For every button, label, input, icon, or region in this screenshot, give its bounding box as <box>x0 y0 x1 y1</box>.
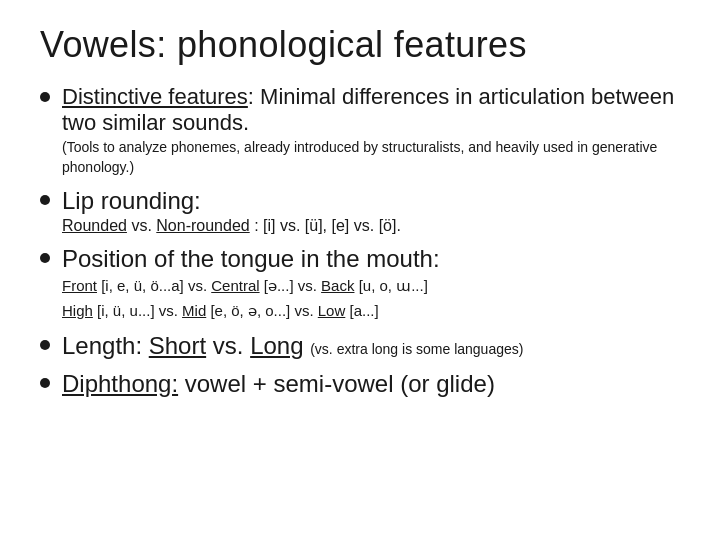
bullet-dot <box>40 378 50 388</box>
long-label: Long <box>250 332 303 359</box>
tongue-position-line2: High [i, ü, u...] vs. Mid [e, ö, ə, o...… <box>62 300 680 323</box>
central-label: Central <box>211 277 259 294</box>
short-label: Short <box>149 332 206 359</box>
bullet-content: Length: Short vs. Long (vs. extra long i… <box>62 332 680 360</box>
mid-label: Mid <box>182 302 206 319</box>
vs1: vs. <box>131 217 156 234</box>
distinctive-features-heading: Distinctive features: Minimal difference… <box>62 84 680 136</box>
tongue-line2-part1: [i, ü, u...] vs. <box>97 302 182 319</box>
lip-rounding-heading: Lip rounding: <box>62 187 680 215</box>
tongue-position-heading: Position of the tongue in the mouth: <box>62 245 680 273</box>
list-item: Diphthong: vowel + semi-vowel (or glide) <box>40 370 680 398</box>
bullet-content: Lip rounding: Rounded vs. Non-rounded : … <box>62 187 680 235</box>
content-list: Distinctive features: Minimal difference… <box>40 84 680 398</box>
back-label: Back <box>321 277 354 294</box>
diphthong-rest: vowel + semi-vowel (or glide) <box>185 370 495 397</box>
lip-rounding-subtext: Rounded vs. Non-rounded : [i] vs. [ü], [… <box>62 217 680 235</box>
bullet-content: Distinctive features: Minimal difference… <box>62 84 680 177</box>
tongue-line2-part3: [a...] <box>349 302 378 319</box>
tongue-line1-part1: [i, e, ü, ö...a] vs. <box>101 277 211 294</box>
list-item: Lip rounding: Rounded vs. Non-rounded : … <box>40 187 680 235</box>
tongue-position-line1: Front [i, e, ü, ö...a] vs. Central [ə...… <box>62 275 680 298</box>
bullet-dot <box>40 253 50 263</box>
low-label: Low <box>318 302 346 319</box>
colon: : <box>248 84 254 109</box>
length-label: Length: <box>62 332 149 359</box>
bullet-content: Diphthong: vowel + semi-vowel (or glide) <box>62 370 680 398</box>
bullet-content: Position of the tongue in the mouth: Fro… <box>62 245 680 322</box>
rounded-label: Rounded <box>62 217 127 234</box>
front-label: Front <box>62 277 97 294</box>
list-item: Position of the tongue in the mouth: Fro… <box>40 245 680 322</box>
tongue-line2-part2: [e, ö, ə, o...] vs. <box>210 302 317 319</box>
page-title: Vowels: phonological features <box>40 24 680 66</box>
page: Vowels: phonological features Distinctiv… <box>0 0 720 540</box>
tongue-line1-part2: [ə...] vs. <box>264 277 321 294</box>
tongue-line1-part3: [u, o, ɯ...] <box>359 277 428 294</box>
list-item: Distinctive features: Minimal difference… <box>40 84 680 177</box>
diphthong-heading: Diphthong: vowel + semi-vowel (or glide) <box>62 370 680 398</box>
non-rounded-label: Non-rounded <box>156 217 249 234</box>
list-item: Length: Short vs. Long (vs. extra long i… <box>40 332 680 360</box>
distinctive-features-label: Distinctive features: <box>62 84 260 109</box>
length-vs: vs. <box>213 332 250 359</box>
length-heading: Length: Short vs. Long (vs. extra long i… <box>62 332 680 360</box>
lip-rounding-examples: : [i] vs. [ü], [e] vs. [ö]. <box>254 217 401 234</box>
bullet-dot <box>40 92 50 102</box>
distinctive-features-subtext: (Tools to analyze phonemes, already intr… <box>62 138 680 177</box>
high-label: High <box>62 302 93 319</box>
bullet-dot <box>40 340 50 350</box>
bullet-dot <box>40 195 50 205</box>
length-note: (vs. extra long is some languages) <box>310 341 523 357</box>
distinctive-features-underline: Distinctive features <box>62 84 248 109</box>
diphthong-label: Diphthong: <box>62 370 178 397</box>
